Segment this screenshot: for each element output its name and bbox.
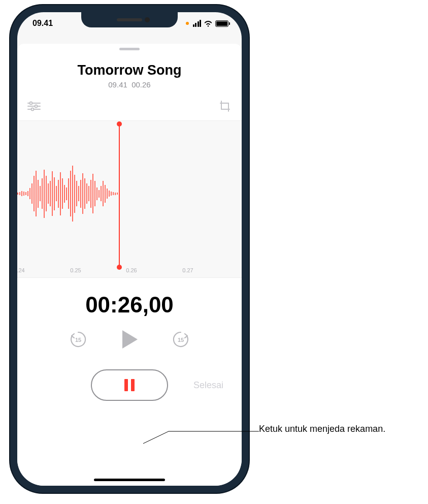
waveform-area[interactable]: 0.24 0.25 0.26 0.27 bbox=[17, 120, 242, 278]
notch bbox=[81, 12, 178, 27]
recording-meta: 09.41 00.26 bbox=[17, 80, 242, 89]
wifi-icon bbox=[204, 20, 213, 27]
svg-line-8 bbox=[143, 431, 169, 444]
battery-icon bbox=[215, 20, 228, 27]
pause-record-button[interactable] bbox=[91, 369, 168, 401]
playback-controls: 15 15 bbox=[17, 327, 242, 352]
trim-icon[interactable] bbox=[217, 100, 233, 112]
play-button[interactable] bbox=[117, 327, 142, 352]
home-indicator[interactable] bbox=[94, 479, 165, 481]
time-tick: 0.27 bbox=[182, 267, 193, 273]
phone-screen: 09.41 Tomorrow Song 09.41 00.26 bbox=[17, 12, 242, 486]
status-right bbox=[186, 20, 229, 27]
done-button[interactable]: Selesai bbox=[193, 380, 223, 391]
time-tick: 0.26 bbox=[126, 267, 137, 273]
recording-sheet: Tomorrow Song 09.41 00.26 bbox=[17, 44, 242, 486]
settings-sliders-icon[interactable] bbox=[26, 100, 42, 112]
annotation-pause-callout: Ketuk untuk menjeda rekaman. bbox=[259, 423, 416, 435]
cellular-signal-icon bbox=[193, 20, 202, 27]
svg-point-5 bbox=[31, 108, 34, 111]
time-tick: 0.25 bbox=[70, 267, 81, 273]
time-ruler: 0.24 0.25 0.26 0.27 bbox=[17, 267, 242, 277]
svg-text:15: 15 bbox=[178, 337, 184, 343]
skip-forward-15-button[interactable]: 15 bbox=[170, 328, 192, 351]
svg-text:15: 15 bbox=[75, 337, 81, 343]
recording-title[interactable]: Tomorrow Song bbox=[17, 62, 242, 78]
pause-icon bbox=[124, 379, 135, 391]
recording-indicator-dot bbox=[186, 22, 189, 25]
time-tick: 0.24 bbox=[17, 267, 25, 273]
callout-leader-line bbox=[143, 431, 260, 447]
phone-frame: 09.41 Tomorrow Song 09.41 00.26 bbox=[10, 5, 249, 493]
waveform-bars bbox=[17, 121, 242, 266]
playhead[interactable] bbox=[119, 124, 120, 267]
status-time: 09.41 bbox=[32, 19, 53, 28]
sheet-grabber[interactable] bbox=[119, 48, 140, 50]
svg-point-1 bbox=[30, 102, 32, 105]
elapsed-timer: 00:26,00 bbox=[17, 292, 242, 318]
skip-back-15-button[interactable]: 15 bbox=[67, 328, 89, 351]
svg-point-3 bbox=[35, 105, 38, 108]
